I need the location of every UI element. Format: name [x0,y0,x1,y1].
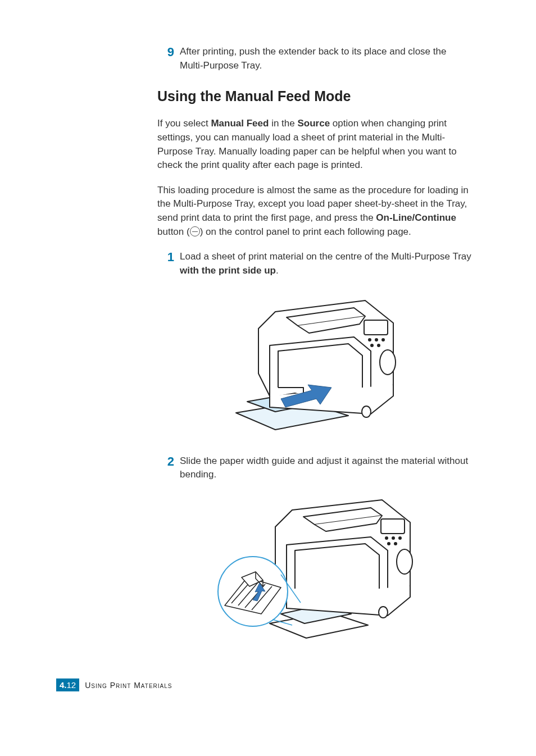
svg-point-5 [378,344,380,347]
step-number: 1 [157,250,174,277]
svg-point-11 [399,537,401,539]
svg-point-15 [379,607,388,618]
svg-point-4 [371,344,373,347]
svg-point-16 [218,557,288,626]
bold-text: Source [297,118,330,129]
paragraph-2: This loading procedure is almost the sam… [157,184,472,239]
step-2: 2 Slide the paper width guide and adjust… [157,454,472,482]
text: ) on the control panel to print each fol… [200,226,411,237]
footer-title: Using Print Materials [85,681,172,690]
printer-load-illustration [225,289,405,435]
bold-text: On-Line/Continue [376,212,456,223]
step-text: After printing, push the extender back t… [180,45,472,72]
page: 9 After printing, push the extender back… [0,0,536,756]
content-area: 9 After printing, push the extender back… [157,45,472,653]
figure-width-guide [157,493,472,653]
text: If you select [157,118,211,129]
step-text: Load a sheet of print material on the ce… [180,250,472,277]
text: . [276,265,279,276]
figure-load-paper [157,289,472,438]
svg-point-10 [392,537,394,539]
step-1: 1 Load a sheet of print material on the … [157,250,472,277]
printer-guide-illustration [214,493,416,650]
svg-point-13 [394,543,397,545]
svg-point-7 [362,406,371,417]
svg-point-3 [382,339,384,341]
page-number: 12 [67,680,76,690]
svg-point-9 [385,537,388,539]
page-number-box: 4.12 [56,678,79,691]
step-number: 2 [157,454,174,482]
step-text: Slide the paper width guide and adjust i… [180,454,472,482]
step-number: 9 [157,45,174,72]
svg-rect-8 [381,519,405,534]
svg-point-1 [369,339,371,341]
svg-rect-0 [364,320,388,335]
text: button ( [157,226,190,237]
step-9: 9 After printing, push the extender back… [157,45,472,72]
bold-text: Manual Feed [211,118,269,129]
online-continue-icon [190,226,200,236]
text: in the [269,118,297,129]
svg-point-14 [397,549,412,574]
page-footer: 4.12 Using Print Materials [56,678,172,691]
svg-point-12 [388,543,390,545]
text: Load a sheet of print material on the ce… [180,251,471,262]
svg-point-2 [375,339,378,341]
chapter-number: 4. [60,680,67,690]
paragraph-1: If you select Manual Feed in the Source … [157,117,472,172]
svg-point-6 [380,350,396,375]
bold-text: with the print side up [180,265,276,276]
section-heading: Using the Manual Feed Mode [157,88,472,104]
